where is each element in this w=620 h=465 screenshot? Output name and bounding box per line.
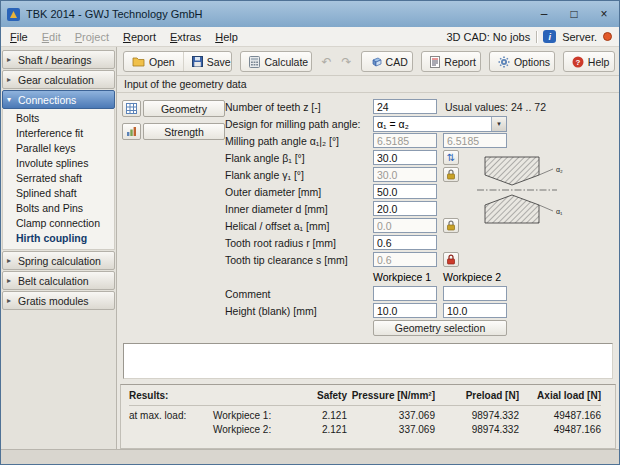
sidebar-section-spring-calculation[interactable]: ▸ Spring calculation (2, 251, 115, 270)
sidebar-item-bolts[interactable]: Bolts (3, 111, 114, 126)
chevron-right-icon: ▸ (7, 276, 14, 285)
number-of-teeth-input[interactable] (373, 99, 437, 114)
help-button[interactable]: ? Help (564, 52, 615, 71)
row-height-blank: Height (blank) [mm] (225, 302, 619, 319)
helical-lock-button[interactable] (443, 218, 459, 233)
sidebar-section-label: Belt calculation (18, 275, 89, 287)
field-label: Height (blank) [mm] (225, 305, 373, 317)
tooth-root-radius-input[interactable] (373, 235, 437, 250)
minimize-button[interactable]: – (529, 1, 559, 27)
sidebar-item-interference-fit[interactable]: Interference fit (3, 126, 114, 141)
usual-values-note: Usual values: 24 .. 72 (445, 101, 546, 113)
menu-help[interactable]: Help (208, 30, 245, 44)
sidebar-item-involute-splines[interactable]: Involute splines (3, 156, 114, 171)
workpiece1-preload: 98974.332 (435, 410, 519, 421)
options-button[interactable]: Options (490, 52, 555, 71)
sidebar-item-hirth-coupling[interactable]: Hirth coupling (3, 231, 114, 246)
maximize-button[interactable]: □ (559, 1, 589, 27)
comment-workpiece2-input[interactable] (443, 286, 507, 301)
sidebar-section-label: Spring calculation (18, 255, 101, 267)
angle-link-toggle-button[interactable]: ⇅ (443, 150, 459, 165)
lock-icon (446, 169, 456, 180)
height-workpiece2-input[interactable] (443, 303, 507, 318)
open-button[interactable]: Open (124, 52, 183, 71)
sidebar-section-belt-calculation[interactable]: ▸ Belt calculation (2, 271, 115, 290)
menu-extras[interactable]: Extras (163, 30, 208, 44)
menubar-status-area: 3D CAD: No jobs i Server. (446, 30, 617, 43)
lock-icon (446, 220, 456, 231)
workpiece2-axial-load: 49487.166 (519, 424, 601, 435)
undo-icon[interactable]: ↶ (320, 55, 332, 69)
menu-file[interactable]: File (3, 30, 35, 44)
strength-bars-icon (126, 126, 137, 137)
cad-button-group: CAD (361, 51, 414, 72)
workpiece1-result-label: Workpiece 1: (213, 410, 299, 421)
sidebar-section-label: Shaft / bearings (18, 54, 92, 66)
field-label: Tooth tip clearance s [mm] (225, 254, 373, 266)
geometry-selection-button[interactable]: Geometry selection (373, 320, 507, 336)
flank-angle-beta-input[interactable] (373, 150, 437, 165)
sidebar-section-shaft-bearings[interactable]: ▸ Shaft / bearings (2, 50, 115, 69)
comment-workpiece1-input[interactable] (373, 286, 437, 301)
height-workpiece1-input[interactable] (373, 303, 437, 318)
field-label: Flank angle β₁ [°] (225, 152, 373, 164)
field-label: Milling path angle α₁|₂ [°] (225, 135, 373, 147)
menu-report[interactable]: Report (116, 30, 163, 44)
sidebar-section-label: Connections (18, 94, 76, 106)
options-button-label: Options (514, 56, 550, 68)
inner-diameter-input[interactable] (373, 201, 437, 216)
close-button[interactable]: × (589, 1, 619, 27)
results-divider (129, 405, 601, 406)
geometry-grid-icon (126, 103, 137, 114)
strength-icon-button[interactable] (122, 123, 141, 140)
cad-cube-icon (370, 56, 382, 68)
chevron-down-icon: ▾ (7, 95, 14, 104)
svg-text:?: ? (575, 58, 580, 67)
report-button[interactable]: Report (422, 52, 481, 71)
sidebar-item-clamp-connection[interactable]: Clamp connection (3, 216, 114, 231)
clearance-lock-button[interactable] (443, 252, 459, 267)
calculate-button-group: Calculate (240, 51, 312, 72)
workpiece2-result-label: Workpiece 2: (213, 424, 299, 435)
calculate-button[interactable]: Calculate (241, 52, 312, 71)
strength-tab-button[interactable]: Strength (143, 123, 225, 140)
separator (536, 31, 537, 43)
sidebar-item-parallel-keys[interactable]: Parallel keys (3, 141, 114, 156)
field-label: Comment (225, 288, 373, 300)
sidebar-item-bolts-and-pins[interactable]: Bolts and Pins (3, 201, 114, 216)
row-workpiece-headers: Workpiece 1 Workpiece 2 (225, 268, 619, 285)
helical-offset-input (373, 218, 437, 233)
sidebar-section-gratis-modules[interactable]: ▸ Gratis modules (2, 291, 115, 310)
geometry-tab-button[interactable]: Geometry (143, 100, 225, 117)
sidebar-section-gear-calculation[interactable]: ▸ Gear calculation (2, 70, 115, 89)
section-title: Input of the geometry data (117, 75, 619, 93)
info-icon[interactable]: i (543, 30, 556, 43)
up-down-arrows-icon: ⇅ (447, 153, 455, 163)
report-document-icon (430, 56, 440, 68)
row-comment: Comment (225, 285, 619, 302)
gamma-lock-button[interactable] (443, 167, 459, 182)
form-tab-buttons: Geometry Strength (122, 100, 225, 140)
milling-design-select[interactable]: α₁ = α₂ ▼ (373, 116, 507, 132)
geometry-icon-button[interactable] (122, 100, 141, 117)
chevron-right-icon: ▸ (7, 256, 14, 265)
statusbar (1, 449, 619, 464)
selected-option: α₁ = α₂ (374, 118, 491, 130)
report-button-label: Report (444, 56, 476, 68)
cad-button[interactable]: CAD (362, 52, 414, 71)
sidebar-item-splined-shaft[interactable]: Splined shaft (3, 186, 114, 201)
sidebar-section-connections[interactable]: ▾ Connections (2, 90, 115, 109)
chevron-down-icon[interactable]: ▼ (491, 117, 506, 131)
geometry-form: Geometry Strength Number of teeth z [-] (117, 93, 619, 341)
chevron-right-icon: ▸ (7, 296, 14, 305)
connections-item-list: Bolts Interference fit Parallel keys Inv… (2, 109, 115, 250)
field-label: Tooth root radius r [mm] (225, 237, 373, 249)
sidebar: ▸ Shaft / bearings ▸ Gear calculation ▾ … (1, 47, 117, 449)
sidebar-item-serrated-shaft[interactable]: Serrated shaft (3, 171, 114, 186)
window-controls: – □ × (529, 1, 619, 27)
titlebar[interactable]: TBK 2014 - GWJ Technology GmbH – □ × (1, 1, 619, 27)
outer-diameter-input[interactable] (373, 184, 437, 199)
redo-icon[interactable]: ↷ (340, 55, 352, 69)
save-button-label: Save (207, 56, 231, 68)
save-button[interactable]: Save (183, 52, 233, 71)
